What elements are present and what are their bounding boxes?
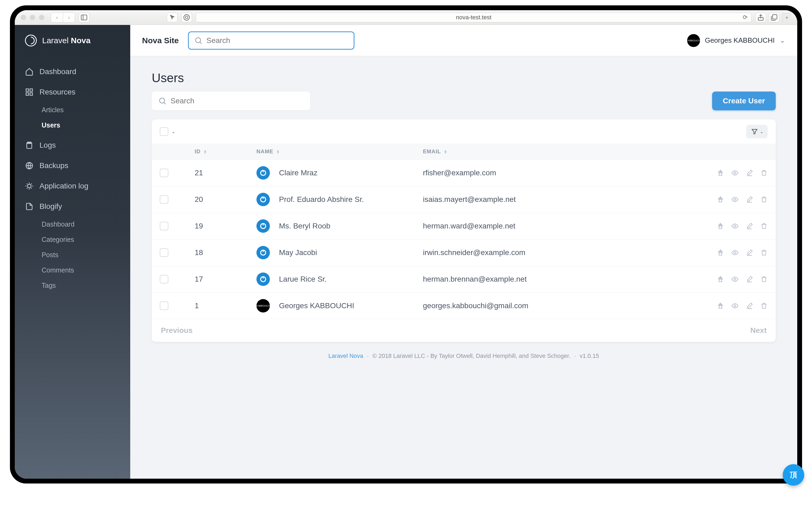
svg-point-16: [160, 98, 165, 103]
sort-icon: ▲▼: [203, 150, 207, 154]
chevron-down-icon: ⌄: [779, 36, 785, 44]
chevron-down-icon[interactable]: ⌄: [172, 129, 175, 134]
delete-button[interactable]: [760, 169, 768, 177]
sidebar-item-tags[interactable]: Tags: [15, 278, 130, 293]
window-traffic-lights: [21, 15, 44, 20]
app-name: Laravel Nova: [42, 36, 91, 45]
sidebar-item-blogify-dashboard[interactable]: Dashboard: [15, 217, 130, 232]
row-avatar: KABBOUCHI: [257, 299, 270, 312]
edit-button[interactable]: [746, 249, 753, 257]
svg-point-33: [734, 305, 736, 307]
next-button[interactable]: Next: [750, 326, 767, 335]
view-button[interactable]: [731, 249, 739, 257]
filter-button[interactable]: ⌄: [746, 125, 768, 138]
impersonate-button[interactable]: [717, 275, 724, 283]
row-id: 1: [195, 302, 257, 310]
row-avatar: [257, 193, 270, 206]
view-button[interactable]: [731, 196, 739, 203]
impersonate-button[interactable]: [717, 222, 724, 230]
tabs-button[interactable]: [769, 12, 779, 22]
col-name[interactable]: NAME ▲▼: [257, 148, 423, 155]
sidebar-item-posts[interactable]: Posts: [15, 247, 130, 263]
row-avatar: [257, 166, 270, 180]
traffic-min[interactable]: [30, 15, 35, 20]
logo[interactable]: Laravel Nova: [15, 25, 130, 56]
sidebar-item-applog[interactable]: Application log: [15, 176, 130, 196]
sidebar-toggle-button[interactable]: [79, 12, 90, 22]
row-avatar: [257, 219, 270, 233]
sidebar-item-users[interactable]: Users: [15, 117, 130, 133]
reload-icon[interactable]: ⟳: [743, 14, 748, 21]
delete-button[interactable]: [760, 249, 768, 257]
file-icon: [25, 202, 34, 211]
row-name: Ms. Beryl Roob: [279, 222, 330, 230]
row-id: 17: [195, 275, 257, 283]
delete-button[interactable]: [760, 196, 768, 203]
footer-link[interactable]: Laravel Nova: [328, 352, 363, 359]
view-button[interactable]: [731, 222, 739, 230]
sort-icon: ▲▼: [276, 150, 280, 154]
row-email: isaias.mayert@example.net: [423, 195, 671, 204]
svg-rect-9: [30, 93, 33, 95]
impersonate-button[interactable]: [717, 196, 724, 203]
global-search-input[interactable]: [206, 36, 348, 45]
view-button[interactable]: [731, 302, 739, 309]
svg-rect-8: [26, 93, 29, 95]
resource-search[interactable]: [152, 92, 310, 110]
delete-button[interactable]: [760, 302, 768, 309]
delete-button[interactable]: [760, 275, 768, 283]
sidebar-item-resources[interactable]: Resources: [15, 82, 130, 102]
resource-search-input[interactable]: [170, 97, 304, 105]
sidebar-item-categories[interactable]: Categories: [15, 232, 130, 247]
new-tab-button[interactable]: +: [782, 13, 791, 22]
sidebar-item-blogify[interactable]: Blogify: [15, 196, 130, 217]
sidebar-item-label: Resources: [39, 88, 75, 96]
user-menu[interactable]: KABBOUCHI Georges KABBOUCHI ⌄: [687, 34, 785, 47]
forward-button[interactable]: ›: [63, 12, 75, 22]
traffic-close[interactable]: [21, 15, 26, 20]
col-id[interactable]: ID ▲▼: [195, 148, 257, 155]
url-bar[interactable]: nova-test.test ⟳: [196, 12, 752, 22]
col-email[interactable]: EMAIL ▲▼: [423, 148, 671, 155]
row-email: georges.kabbouchi@gmail.com: [423, 302, 671, 310]
top-badge[interactable]: 頂: [783, 464, 804, 486]
sidebar-item-articles[interactable]: Articles: [15, 102, 130, 117]
table-row: 19Ms. Beryl Roobherman.ward@example.net: [152, 213, 776, 239]
pointer-button[interactable]: [167, 12, 177, 22]
edit-button[interactable]: [746, 302, 753, 309]
sidebar-item-comments[interactable]: Comments: [15, 263, 130, 278]
row-checkbox[interactable]: [160, 248, 168, 257]
row-checkbox[interactable]: [160, 275, 168, 283]
target-button[interactable]: [181, 12, 192, 22]
select-all-checkbox[interactable]: [160, 127, 168, 136]
row-checkbox[interactable]: [160, 302, 168, 310]
sidebar-item-logs[interactable]: Logs: [15, 135, 130, 156]
create-user-button[interactable]: Create User: [712, 92, 776, 110]
back-button[interactable]: ‹: [51, 12, 63, 22]
row-checkbox[interactable]: [160, 222, 168, 230]
traffic-max[interactable]: [39, 15, 44, 20]
sidebar-item-backups[interactable]: Backups: [15, 156, 130, 176]
edit-button[interactable]: [746, 222, 753, 230]
row-email: herman.ward@example.net: [423, 222, 671, 230]
view-button[interactable]: [731, 169, 739, 177]
share-button[interactable]: [755, 12, 766, 22]
impersonate-button[interactable]: [717, 249, 724, 257]
row-checkbox[interactable]: [160, 169, 168, 177]
view-button[interactable]: [731, 275, 739, 283]
svg-point-29: [734, 252, 736, 254]
edit-button[interactable]: [746, 169, 753, 177]
sidebar-item-label: Categories: [42, 236, 74, 243]
impersonate-button[interactable]: [717, 302, 724, 309]
sidebar-item-label: Backups: [39, 161, 68, 170]
row-checkbox[interactable]: [160, 195, 168, 204]
svg-point-20: [734, 172, 736, 174]
edit-button[interactable]: [746, 275, 753, 283]
impersonate-button[interactable]: [717, 169, 724, 177]
row-actions: [671, 222, 768, 230]
edit-button[interactable]: [746, 196, 753, 203]
prev-button[interactable]: Previous: [161, 326, 193, 335]
delete-button[interactable]: [760, 222, 768, 230]
sidebar-item-dashboard[interactable]: Dashboard: [15, 62, 130, 82]
global-search[interactable]: [188, 31, 354, 50]
